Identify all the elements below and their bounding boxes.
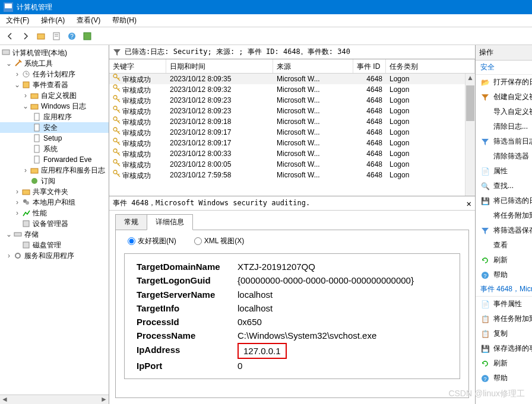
action-filter-current[interactable]: 筛选当前日志 <box>476 134 532 149</box>
tree-system-log[interactable]: 系统 <box>0 144 109 154</box>
col-eventid[interactable]: 事件 ID <box>353 59 386 73</box>
tree-root[interactable]: 计算机管理(本地) <box>0 47 109 58</box>
action-clear-filter[interactable]: 清除筛选器 <box>476 149 532 164</box>
folder-icon <box>30 166 39 175</box>
tree-shared-folders[interactable]: ›共享文件夹 <box>0 186 109 197</box>
table-row[interactable]: 审核成功2023/10/12 8:09:17Microsoft W...4648… <box>109 127 475 138</box>
expand-icon[interactable]: › <box>5 252 13 260</box>
tree-win-logs[interactable]: ⌄Windows 日志 <box>0 101 109 112</box>
collapse-icon[interactable]: ⌄ <box>21 102 30 110</box>
radio-xml[interactable]: XML 视图(X) <box>194 236 245 246</box>
forward-button[interactable] <box>19 30 32 43</box>
radio-friendly-input[interactable] <box>128 237 135 245</box>
log-icon <box>32 123 42 132</box>
table-row[interactable]: 审核成功2023/10/12 8:09:23Microsoft W...4648… <box>109 95 475 106</box>
folder-open-icon: 📂 <box>480 78 490 87</box>
event-fields: TargetDomainNameXTZJ-20191207QQ TargetLo… <box>124 253 460 379</box>
tree-custom-views[interactable]: ›自定义视图 <box>0 90 109 101</box>
menu-file[interactable]: 文件(F) <box>0 14 35 27</box>
table-row[interactable]: 审核成功2023/10/12 8:09:18Microsoft W...4648… <box>109 116 475 127</box>
tree-subscriptions[interactable]: 订阅 <box>0 176 109 186</box>
tree-task-scheduler[interactable]: ›任务计划程序 <box>0 69 109 79</box>
tree-performance[interactable]: ›性能 <box>0 208 109 218</box>
action-import-custom[interactable]: 导入自定义视图 <box>476 104 532 119</box>
collapse-icon[interactable]: ⌄ <box>13 81 21 89</box>
event-details-pane: 事件 4648，Microsoft Windows security audit… <box>109 196 475 404</box>
tree-svc-apps[interactable]: ›服务和应用程序 <box>0 250 109 261</box>
expand-icon[interactable]: › <box>21 91 30 100</box>
action-clear-log[interactable]: 清除日志... <box>476 119 532 134</box>
action-save-selected[interactable]: 💾保存选择的事件 <box>476 341 532 356</box>
table-row[interactable]: 审核成功2023/10/12 8:09:23Microsoft W...4648… <box>109 106 475 116</box>
expand-icon[interactable]: › <box>13 187 21 196</box>
grid-scrollbar[interactable]: ▲ <box>465 74 475 196</box>
collapse-icon[interactable]: ⌄ <box>5 59 13 68</box>
tab-general[interactable]: 常规 <box>115 214 147 230</box>
table-row[interactable]: 审核成功2023/10/12 7:59:58Microsoft W...4648… <box>109 170 475 180</box>
table-row[interactable]: 审核成功2023/10/12 8:09:32Microsoft W...4648… <box>109 84 475 95</box>
tree-setup-log[interactable]: Setup <box>0 133 109 144</box>
action-save-filtered[interactable]: 💾将已筛选的日志 <box>476 193 532 208</box>
import-icon <box>480 107 490 117</box>
table-row[interactable]: 审核成功2023/10/12 8:00:05Microsoft W...4648… <box>109 159 475 170</box>
svg-point-23 <box>26 201 29 205</box>
expand-icon[interactable]: › <box>13 209 21 217</box>
action-refresh[interactable]: 刷新 <box>476 253 532 268</box>
log-icon <box>32 133 42 143</box>
action-attach-task-2[interactable]: 📋将任务附加到 <box>476 311 532 326</box>
tree-security-log[interactable]: 安全 <box>0 122 109 133</box>
help-button[interactable]: ? <box>65 30 78 43</box>
key-icon <box>113 95 121 103</box>
menu-help[interactable]: 帮助(H) <box>106 14 142 27</box>
close-icon[interactable]: ✕ <box>467 199 471 208</box>
col-keyword[interactable]: 关键字 <box>109 59 166 73</box>
tree-event-viewer[interactable]: ⌄事件查看器 <box>0 79 109 90</box>
tree-app-log[interactable]: 应用程序 <box>0 112 109 122</box>
action-copy[interactable]: 📋复制 <box>476 326 532 341</box>
tree-forwarded-log[interactable]: Forwarded Eve <box>0 154 109 165</box>
toolbar-btn-1[interactable] <box>34 30 48 43</box>
col-source[interactable]: 来源 <box>273 59 353 73</box>
tree-local-users[interactable]: ›本地用户和组 <box>0 197 109 208</box>
key-icon <box>113 159 121 167</box>
expand-icon[interactable]: › <box>13 198 21 206</box>
folder-icon <box>30 91 39 100</box>
key-icon <box>113 148 121 157</box>
radio-friendly[interactable]: 友好视图(N) <box>128 236 176 246</box>
action-refresh-2[interactable]: 刷新 <box>476 356 532 371</box>
collapse-icon[interactable]: ⌄ <box>5 230 13 238</box>
expand-icon[interactable]: › <box>21 166 30 174</box>
toolbar-btn-2[interactable] <box>50 30 63 43</box>
table-row[interactable]: 审核成功2023/10/12 8:00:33Microsoft W...4648… <box>109 148 475 159</box>
col-datetime[interactable]: 日期和时间 <box>166 59 273 73</box>
action-help[interactable]: ?帮助 <box>476 268 532 282</box>
radio-xml-input[interactable] <box>194 237 202 245</box>
action-help-2[interactable]: ?帮助 <box>476 371 532 386</box>
tree-scrollbar[interactable]: ◄► <box>0 395 109 404</box>
tree-dev-mgr[interactable]: 设备管理器 <box>0 218 109 229</box>
action-properties[interactable]: 📄属性 <box>476 164 532 179</box>
action-view[interactable]: 查看 <box>476 238 532 253</box>
menu-view[interactable]: 查看(V) <box>71 14 106 27</box>
col-category[interactable]: 任务类别 <box>386 59 475 73</box>
action-open-saved[interactable]: 📂打开保存的日志 <box>476 75 532 90</box>
table-row[interactable]: 审核成功2023/10/12 8:09:35Microsoft W...4648… <box>109 74 475 84</box>
tree-systools[interactable]: ⌄系统工具 <box>0 58 109 69</box>
action-save-filter-as[interactable]: 将筛选器保存 <box>476 223 532 238</box>
action-find[interactable]: 🔍查找... <box>476 179 532 193</box>
filter-icon <box>113 48 121 56</box>
log-icon <box>32 144 42 154</box>
toolbar-btn-3[interactable] <box>81 30 94 43</box>
back-button[interactable] <box>4 30 17 43</box>
action-create-custom[interactable]: 创建自定义视图 <box>476 90 532 104</box>
table-row[interactable]: 审核成功2023/10/12 8:09:17Microsoft W...4648… <box>109 138 475 148</box>
tree-disk-mgmt[interactable]: 磁盘管理 <box>0 240 109 250</box>
action-event-props[interactable]: 📄事件属性 <box>476 297 532 311</box>
tree-app-svc-logs[interactable]: ›应用程序和服务日志 <box>0 165 109 176</box>
menu-action[interactable]: 操作(A) <box>35 14 71 27</box>
tab-details[interactable]: 详细信息 <box>147 214 193 230</box>
tree-storage[interactable]: ⌄存储 <box>0 229 109 240</box>
key-icon <box>113 127 121 135</box>
expand-icon[interactable]: › <box>13 70 21 78</box>
action-attach-task[interactable]: 将任务附加到 <box>476 208 532 223</box>
